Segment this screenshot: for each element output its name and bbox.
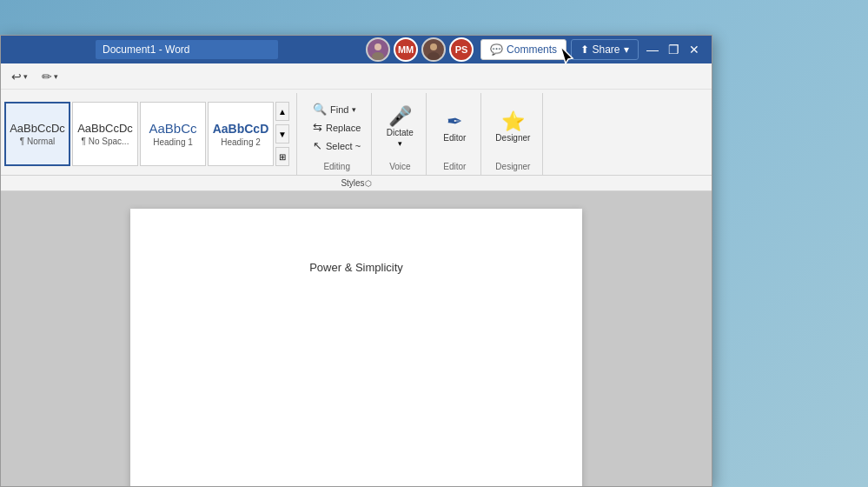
voice-buttons: 🎤 Dictate ▾ — [381, 93, 419, 162]
pen-chevron: ▾ — [54, 72, 58, 81]
doc-center-text: Power & Simplicity — [200, 261, 513, 274]
word-window: MM PS 💬 Comments ⬆ Share ▾ — — [0, 35, 712, 487]
doc-large-text: es — [122, 470, 237, 486]
ribbon-group-voice: 🎤 Dictate ▾ Voice — [374, 93, 427, 175]
styles-list: AaBbCcDc ¶ Normal AaBbCcDc ¶ No Spac... … — [4, 99, 274, 169]
voice-label: Voice — [389, 162, 410, 175]
style-normal-label: ¶ Normal — [20, 137, 55, 146]
quick-access-toolbar: ↩ ▾ ✏ ▾ — [1, 63, 712, 90]
comments-button[interactable]: 💬 Comments — [480, 39, 567, 60]
dictate-button[interactable]: 🎤 Dictate ▾ — [381, 103, 419, 151]
document-area: Power & Simplicity es — [1, 191, 712, 486]
svg-point-3 — [427, 52, 440, 60]
user-avatars: MM PS — [366, 37, 474, 62]
find-button[interactable]: 🔍 Find ▾ — [309, 101, 364, 117]
svg-point-1 — [372, 52, 384, 60]
ribbon-group-designer: ⭐ Designer Designer — [483, 93, 543, 175]
microphone-icon: 🎤 — [388, 107, 412, 126]
title-bar-center — [8, 40, 366, 59]
ribbon: ↩ ▾ ✏ ▾ AaBbCcDc ¶ Normal — [1, 63, 712, 191]
editor-icon: ✒ — [447, 112, 462, 131]
designer-button[interactable]: ⭐ Designer — [490, 109, 535, 146]
find-icon: 🔍 — [313, 103, 327, 116]
document-page[interactable]: Power & Simplicity es — [130, 209, 582, 486]
style-no-space[interactable]: AaBbCcDc ¶ No Spac... — [72, 102, 138, 166]
editing-label: Editing — [323, 162, 350, 175]
share-button[interactable]: ⬆ Share ▾ — [571, 39, 639, 60]
ribbon-group-editor: ✒ Editor Editor — [428, 93, 481, 175]
styles-expand-icon: ⬡ — [365, 179, 372, 188]
avatar-user2[interactable] — [421, 37, 446, 62]
avatar-ps[interactable]: PS — [449, 37, 474, 62]
avatar-mm[interactable]: MM — [394, 37, 418, 62]
undo-button[interactable]: ↩ ▾ — [8, 68, 31, 85]
replace-button[interactable]: ⇆ Replace — [309, 119, 364, 136]
minimize-button[interactable]: — — [642, 39, 663, 60]
select-icon: ↖ — [313, 139, 322, 152]
title-bar: MM PS 💬 Comments ⬆ Share ▾ — — [1, 36, 712, 63]
designer-label: Designer — [495, 162, 530, 175]
styles-scroll-up[interactable]: ▲ — [275, 102, 289, 121]
style-h2-preview: AaBbCcD — [213, 122, 269, 136]
dictate-chevron: ▾ — [398, 139, 402, 148]
style-normal-preview: AaBbCcDc — [10, 122, 65, 135]
styles-gallery: AaBbCcDc ¶ Normal AaBbCcDc ¶ No Spac... … — [4, 93, 297, 175]
undo-chevron: ▾ — [23, 72, 28, 81]
svg-point-0 — [374, 43, 381, 50]
comment-icon: 💬 — [490, 43, 503, 56]
designer-icon: ⭐ — [501, 112, 525, 131]
editor-buttons: ✒ Editor — [435, 93, 474, 162]
style-h1-label: Heading 1 — [153, 137, 193, 147]
find-chevron: ▾ — [352, 105, 356, 114]
styles-expand[interactable]: ⊞ — [275, 147, 289, 166]
restore-button[interactable]: ❐ — [663, 39, 684, 60]
title-input[interactable] — [96, 40, 278, 59]
svg-point-2 — [430, 43, 437, 50]
pen-icon: ✏ — [42, 70, 52, 83]
style-heading1[interactable]: AaBbCc Heading 1 — [140, 102, 206, 166]
close-button[interactable]: ✕ — [684, 39, 705, 60]
avatar-user1[interactable] — [366, 37, 390, 62]
styles-scroll: ▲ ▼ ⊞ — [275, 102, 289, 166]
select-button[interactable]: ↖ Select ~ — [309, 137, 364, 154]
undo-icon: ↩ — [11, 70, 22, 83]
share-icon: ⬆ — [580, 43, 589, 56]
editing-buttons: 🔍 Find ▾ ⇆ Replace ↖ Select ~ — [309, 93, 364, 162]
designer-buttons: ⭐ Designer — [490, 93, 535, 162]
editor-button[interactable]: ✒ Editor — [435, 109, 474, 146]
pen-button[interactable]: ✏ ▾ — [38, 68, 62, 85]
style-nospace-label: ¶ No Spac... — [82, 137, 129, 146]
ribbon-group-editing: 🔍 Find ▾ ⇆ Replace ↖ Select ~ — [302, 93, 372, 175]
editor-label: Editor — [443, 162, 466, 175]
style-heading2[interactable]: AaBbCcD Heading 2 — [208, 102, 274, 166]
style-nospace-preview: AaBbCcDc — [77, 122, 133, 135]
ribbon-main: AaBbCcDc ¶ Normal AaBbCcDc ¶ No Spac... … — [1, 90, 712, 175]
style-h1-preview: AaBbCc — [149, 121, 196, 136]
share-chevron-icon: ▾ — [624, 43, 629, 56]
editing-small-group: 🔍 Find ▾ ⇆ Replace ↖ Select ~ — [309, 101, 364, 154]
styles-bottom-label[interactable]: Styles ⬡ — [1, 175, 712, 190]
styles-text: Styles — [341, 178, 364, 188]
style-normal[interactable]: AaBbCcDc ¶ Normal — [4, 102, 70, 166]
replace-icon: ⇆ — [313, 121, 322, 134]
styles-scroll-down[interactable]: ▼ — [275, 124, 289, 143]
style-h2-label: Heading 2 — [221, 137, 261, 147]
